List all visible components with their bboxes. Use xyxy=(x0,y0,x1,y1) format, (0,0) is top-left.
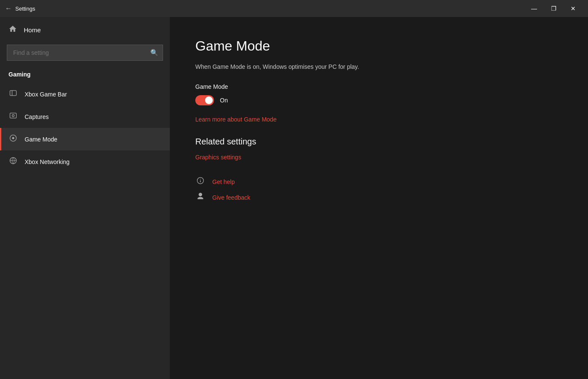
svg-point-3 xyxy=(12,115,14,117)
learn-more-link[interactable]: Learn more about Game Mode xyxy=(195,116,276,123)
captures-icon xyxy=(8,111,18,122)
give-feedback-item[interactable]: Give feedback xyxy=(195,190,563,205)
content-area: Game Mode When Game Mode is on, Windows … xyxy=(170,17,588,379)
toggle-state-label: On xyxy=(220,97,228,104)
sidebar: Home 🔍 Gaming Xbox Game Bar Captures xyxy=(0,17,170,379)
sidebar-item-label-captures: Captures xyxy=(25,113,49,120)
sidebar-item-captures[interactable]: Captures xyxy=(0,105,170,128)
help-section: Get help Give feedback xyxy=(195,174,563,205)
sidebar-item-label-game-mode: Game Mode xyxy=(25,136,57,143)
toggle-thumb xyxy=(205,96,213,104)
back-icon[interactable]: ← xyxy=(5,5,12,12)
app-layout: Home 🔍 Gaming Xbox Game Bar Captures xyxy=(0,17,588,379)
sidebar-item-label-xbox-game-bar: Xbox Game Bar xyxy=(25,91,67,98)
home-label: Home xyxy=(24,26,41,34)
svg-rect-0 xyxy=(10,91,17,96)
svg-rect-2 xyxy=(10,113,17,118)
svg-point-5 xyxy=(12,137,14,139)
sidebar-item-label-xbox-networking: Xbox Networking xyxy=(25,158,70,165)
close-button[interactable]: ✕ xyxy=(563,0,583,17)
search-box[interactable]: 🔍 xyxy=(7,45,163,61)
titlebar: ← Settings — ❐ ✕ xyxy=(0,0,588,17)
game-mode-toggle[interactable] xyxy=(195,95,214,105)
sidebar-section-label: Gaming xyxy=(0,68,170,83)
window-controls: — ❐ ✕ xyxy=(524,0,583,17)
minimize-button[interactable]: — xyxy=(524,0,544,17)
related-settings-title: Related settings xyxy=(195,137,563,147)
give-feedback-link[interactable]: Give feedback xyxy=(212,194,250,201)
titlebar-title: Settings xyxy=(15,6,35,12)
graphics-settings-link[interactable]: Graphics settings xyxy=(195,154,241,161)
toggle-section-label: Game Mode xyxy=(195,83,563,90)
sidebar-item-xbox-networking[interactable]: Xbox Networking xyxy=(0,150,170,173)
get-help-link[interactable]: Get help xyxy=(212,178,235,185)
sidebar-item-xbox-game-bar[interactable]: Xbox Game Bar xyxy=(0,83,170,105)
home-icon xyxy=(8,25,17,35)
toggle-track xyxy=(195,95,214,105)
xbox-networking-icon xyxy=(8,156,18,167)
give-feedback-icon xyxy=(195,192,205,203)
page-description: When Game Mode is on, Windows optimises … xyxy=(195,62,563,71)
xbox-game-bar-icon xyxy=(8,89,18,99)
get-help-icon xyxy=(195,176,205,187)
maximize-button[interactable]: ❐ xyxy=(544,0,563,17)
search-input[interactable] xyxy=(7,45,163,60)
home-nav-item[interactable]: Home xyxy=(0,17,170,43)
get-help-item[interactable]: Get help xyxy=(195,174,563,190)
sidebar-item-game-mode[interactable]: Game Mode xyxy=(0,128,170,150)
page-title: Game Mode xyxy=(195,38,563,54)
game-mode-icon xyxy=(8,134,18,144)
svg-point-9 xyxy=(200,179,201,179)
game-mode-toggle-container: On xyxy=(195,95,563,105)
search-icon: 🔍 xyxy=(150,49,158,57)
